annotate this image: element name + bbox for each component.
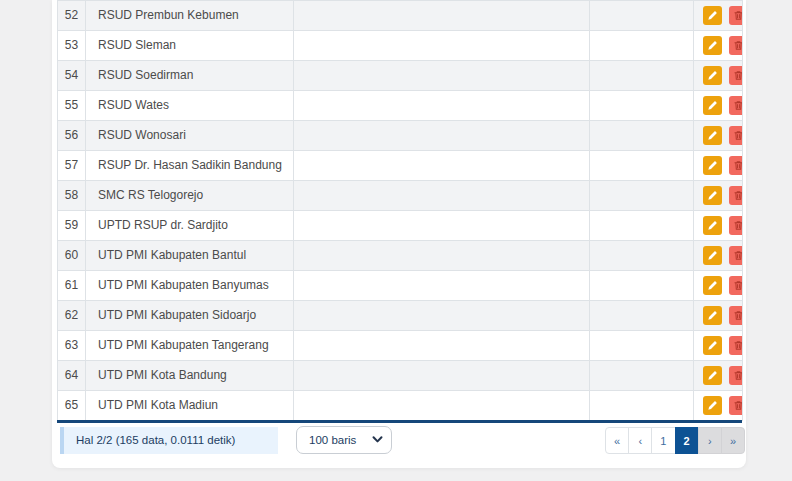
edit-button[interactable] <box>703 186 722 205</box>
facility-name: UPTD RSUP dr. Sardjito <box>86 211 294 241</box>
facility-name: UTD PMI Kota Bandung <box>86 361 294 391</box>
trash-icon <box>733 130 742 141</box>
row-number: 55 <box>58 91 86 121</box>
edit-button[interactable] <box>703 306 722 325</box>
row-number: 57 <box>58 151 86 181</box>
table-row: 62 UTD PMI Kabupaten Sidoarjo <box>58 301 743 331</box>
facility-name: SMC RS Telogorejo <box>86 181 294 211</box>
row-number: 56 <box>58 121 86 151</box>
delete-button[interactable] <box>729 36 742 55</box>
pagination-prev-page[interactable]: ‹ <box>628 427 652 454</box>
empty-cell <box>590 361 694 391</box>
row-number: 60 <box>58 241 86 271</box>
trash-icon <box>733 280 742 291</box>
delete-button[interactable] <box>729 96 742 115</box>
empty-cell <box>294 331 590 361</box>
pagination-page-2[interactable]: 2 <box>675 427 699 454</box>
edit-button[interactable] <box>703 336 722 355</box>
row-number: 53 <box>58 31 86 61</box>
table-row: 55 RSUD Wates <box>58 91 743 121</box>
delete-button[interactable] <box>729 126 742 145</box>
empty-cell <box>590 271 694 301</box>
table-row: 56 RSUD Wonosari <box>58 121 743 151</box>
empty-cell <box>590 31 694 61</box>
empty-cell <box>590 181 694 211</box>
facility-name: UTD PMI Kota Madiun <box>86 391 294 421</box>
pencil-icon <box>707 280 718 291</box>
empty-cell <box>294 361 590 391</box>
edit-button[interactable] <box>703 396 722 415</box>
row-number: 63 <box>58 331 86 361</box>
empty-cell <box>590 211 694 241</box>
delete-button[interactable] <box>729 186 742 205</box>
delete-button[interactable] <box>729 156 742 175</box>
table-row: 60 UTD PMI Kabupaten Bantul <box>58 241 743 271</box>
edit-button[interactable] <box>703 366 722 385</box>
edit-button[interactable] <box>703 96 722 115</box>
page-size-select[interactable]: 100 baris <box>296 426 392 454</box>
row-actions-cell <box>694 301 743 331</box>
pencil-icon <box>707 160 718 171</box>
pagination-page-1[interactable]: 1 <box>651 427 675 454</box>
empty-cell <box>294 151 590 181</box>
empty-cell <box>294 61 590 91</box>
pencil-icon <box>707 190 718 201</box>
empty-cell <box>294 121 590 151</box>
row-number: 62 <box>58 301 86 331</box>
row-number: 65 <box>58 391 86 421</box>
row-actions-cell <box>694 61 743 91</box>
edit-button[interactable] <box>703 216 722 235</box>
table-row: 63 UTD PMI Kabupaten Tangerang <box>58 331 743 361</box>
facility-name: RSUD Prembun Kebumen <box>86 1 294 31</box>
facility-name: RSUD Wates <box>86 91 294 121</box>
empty-cell <box>590 151 694 181</box>
pencil-icon <box>707 400 718 411</box>
delete-button[interactable] <box>729 6 742 25</box>
empty-cell <box>294 31 590 61</box>
row-actions-cell <box>694 91 743 121</box>
empty-cell <box>590 91 694 121</box>
empty-cell <box>294 301 590 331</box>
row-actions-cell <box>694 1 743 31</box>
pencil-icon <box>707 250 718 261</box>
facility-name: RSUD Sleman <box>86 31 294 61</box>
trash-icon <box>733 190 742 201</box>
empty-cell <box>294 181 590 211</box>
empty-cell <box>590 331 694 361</box>
pencil-icon <box>707 220 718 231</box>
delete-button[interactable] <box>729 306 742 325</box>
edit-button[interactable] <box>703 156 722 175</box>
row-actions-cell <box>694 241 743 271</box>
delete-button[interactable] <box>729 216 742 235</box>
edit-button[interactable] <box>703 246 722 265</box>
facility-name: RSUP Dr. Hasan Sadikin Bandung <box>86 151 294 181</box>
trash-icon <box>733 70 742 81</box>
delete-button[interactable] <box>729 366 742 385</box>
empty-cell <box>294 211 590 241</box>
empty-cell <box>294 1 590 31</box>
row-actions-cell <box>694 391 743 421</box>
trash-icon <box>733 40 742 51</box>
edit-button[interactable] <box>703 36 722 55</box>
edit-button[interactable] <box>703 6 722 25</box>
empty-cell <box>590 61 694 91</box>
table-row: 53 RSUD Sleman <box>58 31 743 61</box>
trash-icon <box>733 100 742 111</box>
edit-button[interactable] <box>703 66 722 85</box>
edit-button[interactable] <box>703 276 722 295</box>
facility-name: RSUD Wonosari <box>86 121 294 151</box>
delete-button[interactable] <box>729 246 742 265</box>
delete-button[interactable] <box>729 336 742 355</box>
pagination-first-page[interactable]: « <box>605 427 629 454</box>
facility-name: UTD PMI Kabupaten Tangerang <box>86 331 294 361</box>
empty-cell <box>294 271 590 301</box>
row-actions-cell <box>694 151 743 181</box>
delete-button[interactable] <box>729 276 742 295</box>
row-actions-cell <box>694 181 743 211</box>
edit-button[interactable] <box>703 126 722 145</box>
delete-button[interactable] <box>729 396 742 415</box>
empty-cell <box>294 391 590 421</box>
table-row: 61 UTD PMI Kabupaten Banyumas <box>58 271 743 301</box>
pencil-icon <box>707 70 718 81</box>
delete-button[interactable] <box>729 66 742 85</box>
